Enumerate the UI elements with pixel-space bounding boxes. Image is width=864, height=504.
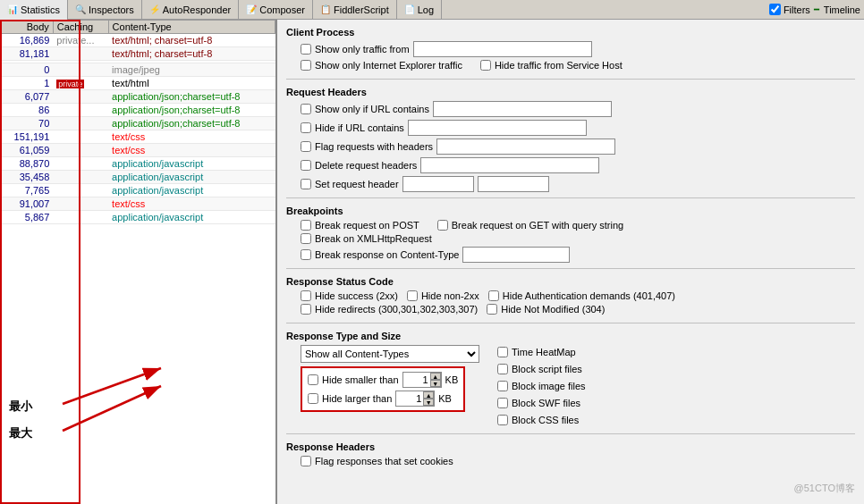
set-header-row: Set request header: [286, 176, 855, 192]
composer-icon: 📝: [246, 4, 257, 14]
table-row[interactable]: 81,181text/html; charset=utf-8: [1, 47, 275, 61]
hide-smaller-up[interactable]: ▲: [430, 373, 441, 380]
break-get-checkbox[interactable]: [437, 220, 448, 231]
statistics-icon: 📊: [7, 4, 18, 14]
tab-fiddlerscript[interactable]: 📋 FiddlerScript: [313, 0, 397, 20]
time-heatmap-checkbox[interactable]: [497, 347, 508, 357]
set-header-label: Set request header: [315, 179, 399, 189]
cell-caching: [53, 104, 108, 117]
show-traffic-from-checkbox[interactable]: [301, 44, 311, 55]
table-row[interactable]: 6,077application/json;charset=utf-8: [1, 90, 275, 104]
show-traffic-from-label: Show only traffic from: [315, 44, 410, 55]
hide-success-checkbox[interactable]: [301, 290, 311, 301]
hide-url-contains-checkbox[interactable]: [301, 122, 311, 133]
table-row[interactable]: 16,869private...text/html; charset=utf-8: [1, 34, 275, 47]
table-row[interactable]: 7,765application/javascript: [1, 184, 275, 197]
hide-success-row: Hide success (2xx): [301, 290, 398, 301]
hide-larger-up[interactable]: ▲: [423, 391, 434, 399]
delete-headers-input[interactable]: [420, 157, 599, 173]
hide-smaller-checkbox[interactable]: [308, 374, 318, 385]
tab-statistics[interactable]: 📊 Statistics: [0, 0, 68, 20]
hide-url-contains-label: Hide if URL contains: [315, 122, 404, 133]
hide-smaller-input[interactable]: [403, 373, 430, 387]
cell-body: 91,007: [1, 197, 54, 211]
hide-larger-down[interactable]: ▼: [423, 399, 434, 406]
break-post-checkbox[interactable]: [301, 220, 311, 231]
divider-4: [286, 323, 855, 323]
status-row-1: Hide success (2xx) Hide non-2xx Hide Aut…: [286, 290, 855, 304]
block-swf-label: Block SWF files: [512, 398, 580, 408]
flag-headers-input[interactable]: [436, 139, 615, 155]
table-row[interactable]: 91,007text/css: [1, 197, 275, 211]
delete-headers-checkbox[interactable]: [301, 160, 311, 171]
break-xml-label: Break on XMLHttpRequest: [315, 233, 432, 244]
block-image-row: Block image files: [497, 381, 586, 391]
tab-log[interactable]: 📄 Log: [397, 0, 442, 20]
cell-caching: private...: [53, 34, 108, 47]
cell-caching: [53, 47, 108, 61]
hide-auth-label: Hide Authentication demands (401,407): [503, 290, 675, 301]
session-list-panel: Body Caching Content-Type 16,869private.…: [0, 20, 277, 504]
content-type-select[interactable]: Show all Content-Types: [301, 345, 479, 363]
filters-checkbox[interactable]: [769, 4, 781, 15]
cell-caching: private: [53, 77, 108, 90]
filters-label: Filters: [784, 4, 810, 15]
flag-headers-checkbox[interactable]: [301, 141, 311, 152]
set-header-checkbox[interactable]: [301, 179, 311, 189]
cell-caching: [53, 171, 108, 184]
content-area: Body Caching Content-Type 16,869private.…: [0, 20, 864, 504]
table-row[interactable]: 0image/jpeg: [1, 63, 275, 77]
traffic-from-input[interactable]: [413, 41, 592, 57]
hide-larger-checkbox[interactable]: [308, 393, 318, 404]
col-header-content-type[interactable]: Content-Type: [108, 21, 275, 34]
table-row[interactable]: 88,870application/javascript: [1, 157, 275, 171]
hide-smaller-down[interactable]: ▼: [430, 380, 441, 387]
show-ie-checkbox[interactable]: [301, 60, 311, 71]
divider-5: [286, 433, 855, 434]
flag-cookies-checkbox[interactable]: [301, 456, 311, 466]
filters-check-group: Filters: [769, 4, 810, 15]
hide-not-modified-checkbox[interactable]: [487, 304, 497, 315]
break-content-type-input[interactable]: [462, 247, 570, 263]
break-xml-checkbox[interactable]: [301, 233, 311, 244]
show-ie-row: Show only Internet Explorer traffic: [301, 60, 462, 71]
col-header-caching[interactable]: Caching: [53, 21, 108, 34]
hide-redirects-label: Hide redirects (300,301,302,303,307): [315, 304, 478, 315]
table-row[interactable]: 151,191text/css: [1, 130, 275, 144]
tab-autoresponder[interactable]: ⚡ AutoResponder: [142, 0, 239, 20]
hide-auth-checkbox[interactable]: [488, 290, 499, 301]
block-swf-checkbox[interactable]: [497, 398, 508, 408]
cell-body: 151,191: [1, 130, 54, 144]
table-row[interactable]: 5,867application/javascript: [1, 211, 275, 224]
cell-content-type: text/html; charset=utf-8: [108, 34, 275, 47]
col-header-body[interactable]: Body: [1, 21, 54, 34]
table-row[interactable]: 86application/json;charset=utf-8: [1, 104, 275, 117]
show-url-contains-input[interactable]: [433, 101, 612, 117]
hide-service-host-checkbox[interactable]: [480, 60, 491, 71]
block-image-checkbox[interactable]: [497, 381, 508, 391]
hide-larger-input-wrap: ▲ ▼: [395, 391, 435, 407]
response-type-area: Show all Content-Types Hide smaller than…: [286, 345, 855, 428]
cell-content-type: application/json;charset=utf-8: [108, 90, 275, 104]
hide-redirects-checkbox[interactable]: [301, 304, 311, 315]
table-row[interactable]: 61,059text/css: [1, 144, 275, 157]
cell-caching: [53, 184, 108, 197]
table-row[interactable]: 1privatetext/html: [1, 77, 275, 90]
show-url-contains-label: Show only if URL contains: [315, 104, 429, 114]
hide-non2xx-checkbox[interactable]: [407, 290, 418, 301]
tab-inspectors[interactable]: 🔍 Inspectors: [68, 0, 142, 20]
session-table[interactable]: Body Caching Content-Type 16,869private.…: [0, 20, 275, 504]
hide-url-contains-input[interactable]: [408, 120, 587, 136]
set-header-value-input[interactable]: [478, 176, 549, 192]
hide-larger-input[interactable]: [396, 391, 423, 406]
break-content-type-checkbox[interactable]: [301, 249, 311, 260]
block-script-checkbox[interactable]: [497, 364, 508, 374]
tab-composer[interactable]: 📝 Composer: [239, 0, 313, 20]
request-headers-title: Request Headers: [286, 87, 855, 97]
block-css-checkbox[interactable]: [497, 415, 508, 425]
set-header-name-input[interactable]: [402, 176, 474, 192]
table-row[interactable]: 70application/json;charset=utf-8: [1, 117, 275, 130]
table-row[interactable]: 35,458application/javascript: [1, 171, 275, 184]
show-url-contains-checkbox[interactable]: [301, 104, 311, 114]
fiddlerscript-tab-label: FiddlerScript: [334, 4, 389, 15]
